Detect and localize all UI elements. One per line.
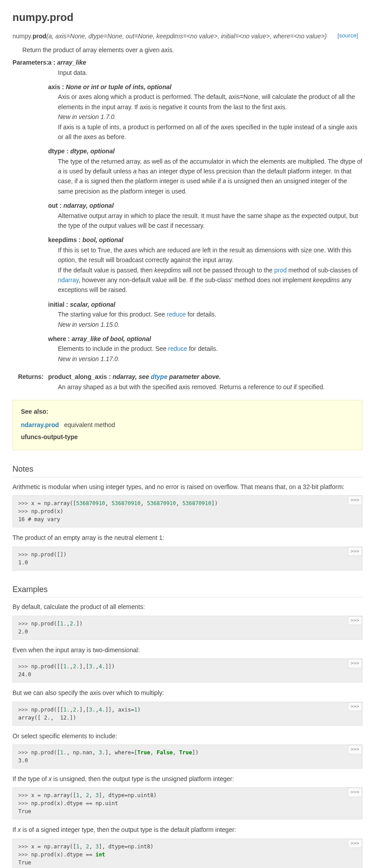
toggle-prompt-button[interactable]: >>> bbox=[348, 788, 362, 797]
ndarray-link[interactable]: ndarray bbox=[58, 276, 78, 284]
returns-label: Returns: bbox=[12, 372, 48, 382]
code-example: >>>>>> x = np.array([1, 2, 3], dtype=np.… bbox=[12, 787, 363, 819]
examples-heading: Examples bbox=[12, 583, 363, 598]
notes-text: The product of an empty array is the neu… bbox=[12, 533, 363, 543]
seealso-ndarray-prod[interactable]: ndarray.prod bbox=[21, 421, 59, 428]
param-where: where : array_like of bool, optional Ele… bbox=[48, 334, 363, 364]
toggle-prompt-button[interactable]: >>> bbox=[348, 702, 362, 712]
reduce-link[interactable]: reduce bbox=[168, 345, 187, 352]
seealso-title: See also: bbox=[21, 407, 354, 416]
param-initial: initial : scalar, optional The starting … bbox=[48, 300, 363, 329]
return-value: product_along_axis : ndarray, see dtype … bbox=[48, 372, 363, 392]
code-example: >>>>>> x = np.array([536870910, 53687091… bbox=[12, 495, 363, 527]
prod-link[interactable]: prod bbox=[274, 267, 287, 274]
reduce-link[interactable]: reduce bbox=[167, 311, 186, 318]
toggle-prompt-button[interactable]: >>> bbox=[348, 839, 362, 848]
param-name: a bbox=[48, 59, 52, 66]
version-added: New in version 1.15.0. bbox=[58, 320, 363, 329]
dtype-link[interactable]: dtype bbox=[151, 373, 167, 380]
function-signature: [source] numpy.prod(a, axis=None, dtype=… bbox=[12, 31, 363, 41]
version-added: New in version 1.17.0. bbox=[58, 354, 363, 364]
seealso-section: See also: ndarray.prod equivalent method… bbox=[12, 400, 363, 450]
code-example: >>>>>> np.prod([[1.,2.],[3.,4.]], axis=1… bbox=[12, 702, 363, 726]
param-dtype: dtype : dtype, optional The type of the … bbox=[48, 146, 363, 196]
toggle-prompt-button[interactable]: >>> bbox=[348, 659, 362, 668]
notes-heading: Notes bbox=[12, 463, 363, 477]
sig-prefix: numpy. bbox=[12, 33, 33, 40]
toggle-prompt-button[interactable]: >>> bbox=[348, 616, 362, 625]
param-desc: Input data. bbox=[58, 68, 363, 78]
param-type: array_like bbox=[57, 59, 86, 66]
param-axis: axis : None or int or tuple of ints, opt… bbox=[48, 82, 363, 142]
code-example: >>>>>> np.prod([1.,2.]) 2.0 bbox=[12, 616, 363, 640]
toggle-prompt-button[interactable]: >>> bbox=[348, 496, 362, 505]
sig-args: (a, axis=None, dtype=None, out=None, kee… bbox=[46, 33, 327, 40]
toggle-prompt-button[interactable]: >>> bbox=[348, 547, 362, 556]
sig-name: prod bbox=[33, 33, 46, 40]
code-example: >>>>>> np.prod([1., np.nan, 3.], where=[… bbox=[12, 745, 363, 769]
summary: Return the product of array elements ove… bbox=[22, 45, 363, 55]
toggle-prompt-button[interactable]: >>> bbox=[348, 745, 362, 754]
page-title: numpy.prod bbox=[12, 9, 363, 26]
code-example: >>>>>> x = np.array([1, 2, 3], dtype=np.… bbox=[12, 839, 363, 868]
params-label: Parameters: bbox=[12, 58, 48, 67]
version-added: New in version 1.7.0. bbox=[58, 112, 363, 122]
notes-text: Arithmetic is modular when using integer… bbox=[12, 482, 363, 492]
code-example: >>>>>> np.prod([[1.,2.],[3.,4.]]) 24.0 bbox=[12, 658, 363, 683]
source-link[interactable]: [source] bbox=[338, 31, 358, 41]
param-a: a : array_like Input data. bbox=[48, 58, 363, 78]
param-keepdims: keepdims : bool, optional If this is set… bbox=[48, 235, 363, 295]
code-example: >>>>>> np.prod([]) 1.0 bbox=[12, 547, 363, 571]
param-out: out : ndarray, optional Alternative outp… bbox=[48, 201, 363, 230]
seealso-ufuncs-output-type: ufuncs-output-type bbox=[21, 432, 354, 442]
